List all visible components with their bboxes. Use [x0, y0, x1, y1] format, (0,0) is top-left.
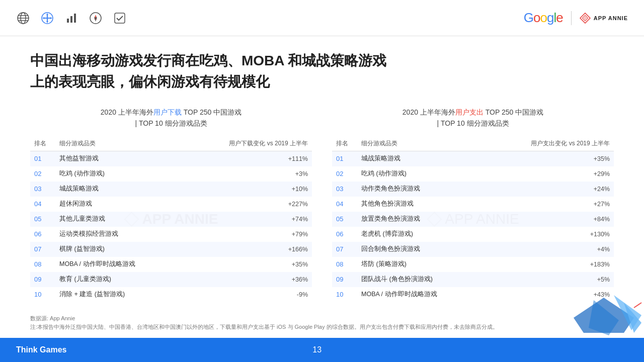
table-row: 08 塔防 (策略游戏) +183% [332, 257, 614, 272]
main-content: 中国出海移动游戏发行商在吃鸡、MOBA 和城战策略游戏 上的表现亮眼，偏休闲游戏… [0, 36, 644, 302]
rank-cell: 06 [332, 227, 357, 242]
chart-icon[interactable] [64, 11, 78, 25]
table-row: 05 放置类角色扮演游戏 +84% [332, 212, 614, 227]
change-cell: +35% [483, 151, 614, 166]
rank-cell: 06 [30, 227, 55, 242]
change-cell: +27% [483, 197, 614, 212]
change-cell: +35% [181, 257, 312, 272]
svg-rect-13 [70, 16, 72, 23]
category-cell: 动作类角色扮演游戏 [357, 182, 483, 197]
right-col-rank: 排名 [332, 136, 357, 151]
rank-cell: 02 [332, 166, 357, 182]
left-col-category: 细分游戏品类 [55, 136, 181, 151]
table-row: 07 棋牌 (益智游戏) +166% [30, 242, 312, 257]
table-row: 09 团队战斗 (角色扮演游戏) +5% [332, 272, 614, 287]
right-col-change: 用户支出变化 vs 2019 上半年 [483, 136, 614, 151]
category-cell: 城战策略游戏 [357, 151, 483, 166]
svg-rect-18 [115, 13, 125, 23]
globe-icon[interactable] [16, 11, 30, 25]
check-icon[interactable] [113, 11, 127, 25]
brand-label: Think Games [16, 345, 66, 354]
change-cell: +166% [181, 242, 312, 257]
category-cell: 回合制角色扮演游戏 [357, 242, 483, 257]
change-cell: +183% [483, 257, 614, 272]
change-cell: +36% [181, 272, 312, 287]
rank-cell: 01 [30, 151, 55, 166]
right-col-category: 细分游戏品类 [357, 136, 483, 151]
google-logo: Google [524, 10, 563, 26]
change-cell: +24% [483, 182, 614, 197]
table-row: 09 教育 (儿童类游戏) +36% [30, 272, 312, 287]
table-row: 06 老虎机 (博弈游戏) +130% [332, 227, 614, 242]
change-cell: +111% [181, 151, 312, 166]
move-icon[interactable] [40, 11, 54, 25]
category-cell: 城战策略游戏 [55, 182, 181, 197]
category-cell: MOBA / 动作即时战略游戏 [55, 257, 181, 272]
change-cell: +130% [483, 227, 614, 242]
table-row: 10 MOBA / 动作即时战略游戏 +43% [332, 287, 614, 302]
table-row: 07 回合制角色扮演游戏 +4% [332, 242, 614, 257]
table-row: 04 其他角色扮演游戏 +27% [332, 197, 614, 212]
category-cell: 棋牌 (益智游戏) [55, 242, 181, 257]
change-cell: +43% [483, 287, 614, 302]
rank-cell: 07 [332, 242, 357, 257]
table-row: 04 超休闲游戏 +227% [30, 197, 312, 212]
svg-marker-11 [50, 17, 52, 19]
table-row: 06 运动类模拟经营游戏 +79% [30, 227, 312, 242]
category-cell: 吃鸡 (动作游戏) [55, 166, 181, 182]
nav-icons [16, 11, 127, 25]
rank-cell: 05 [30, 212, 55, 227]
table-row: 02 吃鸡 (动作游戏) +29% [332, 166, 614, 182]
compass-icon[interactable] [89, 11, 103, 25]
rank-cell: 03 [30, 182, 55, 197]
table-row: 05 其他儿童类游戏 +74% [30, 212, 312, 227]
footer-note: 数据源: App Annie 注:本报告中海外泛指中国大陆、中国香港、台湾地区和… [30, 314, 498, 332]
change-cell: +84% [483, 212, 614, 227]
rank-cell: 08 [30, 257, 55, 272]
change-cell: +5% [483, 272, 614, 287]
category-cell: 其他角色扮演游戏 [357, 197, 483, 212]
table-row: 01 城战策略游戏 +35% [332, 151, 614, 166]
category-cell: 超休闲游戏 [55, 197, 181, 212]
change-cell: +29% [483, 166, 614, 182]
change-cell: +10% [181, 182, 312, 197]
rank-cell: 09 [30, 272, 55, 287]
svg-marker-27 [624, 303, 641, 333]
rank-cell: 08 [332, 257, 357, 272]
rank-cell: 03 [332, 182, 357, 197]
rank-cell: 01 [332, 151, 357, 166]
left-table-title: 2020 上半年海外用户下载 TOP 250 中国游戏 | TOP 10 细分游… [30, 107, 312, 129]
table-row: 03 城战策略游戏 +10% [30, 182, 312, 197]
svg-marker-24 [574, 298, 634, 333]
right-table: 排名 细分游戏品类 用户支出变化 vs 2019 上半年 01 城战策略游戏 +… [332, 136, 614, 302]
svg-marker-20 [582, 15, 588, 21]
rank-cell: 09 [332, 272, 357, 287]
app-annie-logo: APP ANNIE [580, 13, 628, 24]
svg-marker-8 [46, 13, 48, 15]
left-table-block: 2020 上半年海外用户下载 TOP 250 中国游戏 | TOP 10 细分游… [30, 107, 312, 302]
category-cell: 其他儿童类游戏 [55, 212, 181, 227]
category-cell: 教育 (儿童类游戏) [55, 272, 181, 287]
table-row: 08 MOBA / 动作即时战略游戏 +35% [30, 257, 312, 272]
change-cell: +3% [181, 166, 312, 182]
rank-cell: 04 [332, 197, 357, 212]
svg-marker-10 [42, 17, 44, 19]
change-cell: -9% [181, 287, 312, 302]
rank-cell: 04 [30, 197, 55, 212]
rank-cell: 10 [30, 287, 55, 302]
header: Google APP ANNIE [0, 0, 644, 36]
change-cell: +4% [483, 242, 614, 257]
category-cell: 其他益智游戏 [55, 151, 181, 166]
svg-marker-9 [46, 21, 48, 23]
page-number: 13 [312, 345, 321, 354]
page-title: 中国出海移动游戏发行商在吃鸡、MOBA 和城战策略游戏 上的表现亮眼，偏休闲游戏… [30, 50, 614, 93]
tables-section: 2020 上半年海外用户下载 TOP 250 中国游戏 | TOP 10 细分游… [30, 107, 614, 302]
category-cell: 塔防 (策略游戏) [357, 257, 483, 272]
left-table: 排名 细分游戏品类 用户下载变化 vs 2019 上半年 01 其他益智游戏 +… [30, 136, 312, 302]
rank-cell: 10 [332, 287, 357, 302]
category-cell: 老虎机 (博弈游戏) [357, 227, 483, 242]
logo-divider [571, 11, 572, 25]
category-cell: 放置类角色扮演游戏 [357, 212, 483, 227]
svg-line-28 [634, 303, 641, 308]
change-cell: +74% [181, 212, 312, 227]
